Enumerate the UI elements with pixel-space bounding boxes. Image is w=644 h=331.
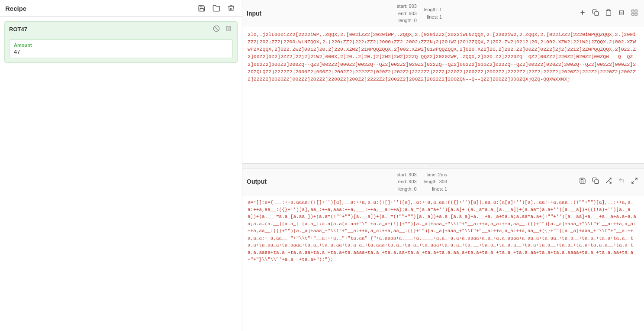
- output-length-meta: length: 0: [398, 185, 416, 193]
- output-lines-label: lines:: [432, 186, 443, 191]
- svg-rect-11: [635, 13, 637, 15]
- right-panel: Input start: 903 end: 903 length: 0 leng…: [242, 0, 644, 331]
- panel-divider[interactable]: · · · · · · ·: [242, 163, 644, 169]
- replace-icon: [605, 177, 612, 184]
- disable-icon: [213, 25, 220, 32]
- output-end-meta: end: 903: [398, 178, 417, 185]
- disable-rot47-button[interactable]: [212, 24, 221, 34]
- rot47-title: ROT47: [9, 26, 27, 32]
- input-length2-label: length:: [424, 7, 438, 12]
- output-length-label: length:: [398, 186, 412, 191]
- amount-box: Amount 47: [9, 39, 233, 58]
- input-end-meta: end: 903: [398, 10, 417, 17]
- rot47-header: ROT47: [5, 22, 237, 37]
- input-start-label: start:: [397, 3, 407, 9]
- output-time-value: 2ms: [438, 172, 447, 177]
- pause-icon: [225, 25, 232, 32]
- output-start-meta: start: 903: [397, 171, 417, 178]
- input-lines-label: lines:: [427, 14, 438, 19]
- recipe-actions: [196, 3, 237, 13]
- output-title: Output: [247, 178, 267, 185]
- output-length-value: 0: [414, 186, 417, 191]
- output-length2-label: length:: [424, 179, 438, 184]
- input-start-meta: start: 903: [397, 3, 417, 10]
- input-copy-button[interactable]: [590, 8, 601, 19]
- svg-line-1: [214, 26, 218, 30]
- input-section: Input start: 903 end: 903 length: 0 leng…: [242, 0, 644, 163]
- svg-rect-2: [227, 26, 228, 31]
- svg-rect-10: [632, 13, 634, 15]
- left-panel: Recipe ROT47: [0, 0, 242, 331]
- output-undo-button[interactable]: [616, 176, 627, 187]
- recipe-title: Recipe: [5, 5, 26, 12]
- input-title: Input: [247, 10, 261, 17]
- recipe-header: Recipe: [0, 0, 242, 17]
- folder-icon: [213, 4, 220, 12]
- delete-recipe-button[interactable]: [225, 3, 237, 13]
- divider-dots: · · · · · · ·: [430, 163, 457, 168]
- input-meta: start: 903 end: 903 length: 0 length: 1 …: [397, 3, 442, 24]
- rot47-operation-block: ROT47 Amount 47: [4, 21, 238, 63]
- output-copy-button[interactable]: [590, 176, 601, 187]
- input-lines-value: 1: [439, 14, 442, 19]
- output-length2-value: 303: [439, 179, 447, 184]
- input-paste-button[interactable]: [603, 8, 614, 19]
- output-copy-icon: [592, 177, 599, 184]
- pause-rot47-button[interactable]: [224, 24, 233, 34]
- amount-value: 47: [14, 49, 228, 55]
- svg-rect-6: [595, 12, 599, 16]
- input-grid-button[interactable]: [629, 8, 640, 19]
- svg-rect-12: [595, 180, 599, 184]
- svg-rect-8: [632, 10, 634, 12]
- output-end-label: end:: [398, 179, 407, 184]
- svg-line-16: [632, 182, 634, 184]
- output-length2-meta: length: 303: [424, 178, 447, 185]
- svg-rect-9: [635, 10, 637, 12]
- input-start-end-meta: start: 903 end: 903 length: 0: [397, 3, 417, 24]
- input-start-value: 903: [409, 3, 417, 9]
- output-time-meta: time: 2ms length: 303 lines: 1: [424, 171, 447, 193]
- copy-icon: [592, 9, 599, 16]
- output-lines-meta: lines: 1: [432, 185, 447, 193]
- output-meta: start: 903 end: 903 length: 0 time: 2ms …: [397, 171, 447, 193]
- plus-icon: [579, 9, 586, 16]
- output-content[interactable]: a=~[];a={___:++a,aaaa:(![]+'')[a],__a:++…: [242, 195, 644, 331]
- input-delete-button[interactable]: [616, 8, 627, 19]
- rot47-controls: [212, 24, 233, 34]
- input-add-button[interactable]: [577, 8, 588, 19]
- input-length-value: 0: [414, 18, 417, 23]
- input-length-meta: length: 0: [399, 17, 417, 24]
- input-end-value: 903: [409, 11, 417, 16]
- svg-line-15: [635, 178, 637, 180]
- input-header: Input start: 903 end: 903 length: 0 leng…: [242, 0, 644, 27]
- amount-label: Amount: [14, 42, 228, 48]
- output-start-value: 903: [409, 172, 416, 177]
- grid-icon: [631, 9, 638, 16]
- output-replace-button[interactable]: [603, 176, 614, 187]
- output-start-end-meta: start: 903 end: 903 length: 0: [397, 171, 417, 193]
- input-length2-value: 1: [439, 7, 442, 12]
- paste-icon: [605, 9, 612, 16]
- output-start-label: start:: [397, 172, 407, 177]
- save-button[interactable]: [196, 3, 207, 13]
- input-content[interactable]: 2lo,.j2lL000iZZ2[2222iWP,.ZQQX,2.[002iZZ…: [242, 27, 644, 163]
- output-save-button[interactable]: [577, 176, 588, 187]
- output-expand-button[interactable]: [629, 176, 640, 187]
- output-section: Output start: 903 end: 903 length: 0 tim…: [242, 169, 644, 331]
- svg-rect-7: [607, 10, 609, 11]
- trash-icon: [227, 4, 235, 12]
- output-header: Output start: 903 end: 903 length: 0 tim…: [242, 169, 644, 196]
- output-lines-value: 1: [444, 186, 447, 191]
- input-length-lines-meta: length: 1 lines: 1: [424, 6, 442, 20]
- input-actions: [577, 8, 640, 19]
- input-lines-meta: lines: 1: [427, 13, 442, 21]
- input-end-label: end:: [398, 11, 407, 16]
- open-folder-button[interactable]: [211, 3, 222, 13]
- input-length-label: length:: [399, 18, 413, 23]
- output-time-label: time:: [426, 172, 437, 177]
- output-actions: [577, 176, 640, 187]
- output-time-row: time: 2ms: [426, 171, 447, 178]
- output-save-icon: [579, 177, 586, 184]
- input-length2-meta: length: 1: [424, 6, 442, 13]
- input-trash-icon: [618, 9, 625, 16]
